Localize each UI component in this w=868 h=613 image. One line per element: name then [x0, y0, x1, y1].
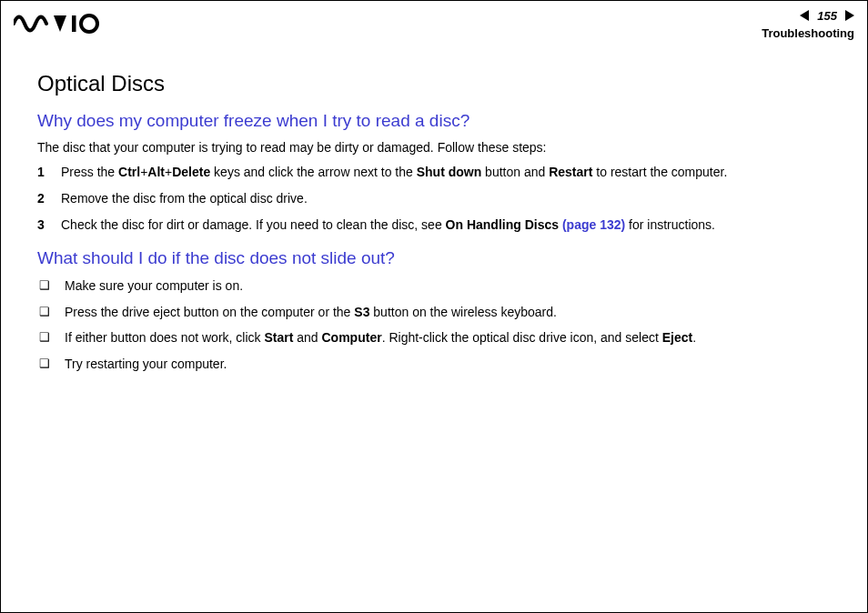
steps-list: Press the Ctrl+Alt+Delete keys and click… [37, 164, 834, 234]
vaio-logo [14, 8, 101, 34]
page-link[interactable]: (page 132) [559, 217, 625, 232]
step-item: Press the Ctrl+Alt+Delete keys and click… [37, 164, 834, 181]
svg-point-1 [81, 15, 97, 32]
list-item: Press the drive eject button on the comp… [37, 304, 834, 321]
page-title: Optical Discs [37, 71, 834, 96]
list-item: Make sure your computer is on. [37, 277, 834, 295]
page-navigation: 155 [800, 9, 854, 23]
section-label: Troubleshooting [762, 26, 854, 40]
svg-rect-0 [72, 15, 76, 32]
question-1-intro: The disc that your computer is trying to… [37, 140, 834, 155]
step-item: Remove the disc from the optical disc dr… [37, 190, 834, 207]
step-item: Check the disc for dirt or damage. If yo… [37, 216, 834, 234]
svg-marker-3 [845, 10, 854, 21]
page-number: 155 [816, 9, 838, 23]
question-1-heading: Why does my computer freeze when I try t… [37, 111, 834, 131]
vaio-logo-icon [14, 14, 101, 34]
list-item: Try restarting your computer. [37, 356, 834, 373]
question-2-heading: What should I do if the disc does not sl… [37, 248, 834, 268]
prev-page-arrow-icon[interactable] [800, 10, 814, 21]
page-header: 155 Troubleshooting [1, 1, 867, 44]
next-page-arrow-icon[interactable] [840, 10, 854, 21]
checklist: Make sure your computer is on. Press the… [37, 277, 834, 374]
list-item: If either button does not work, click St… [37, 329, 834, 347]
document-page: 155 Troubleshooting Optical Discs Why do… [0, 0, 868, 613]
header-right: 155 Troubleshooting [762, 8, 854, 40]
svg-marker-2 [800, 10, 809, 21]
content-area: Optical Discs Why does my computer freez… [1, 44, 867, 373]
